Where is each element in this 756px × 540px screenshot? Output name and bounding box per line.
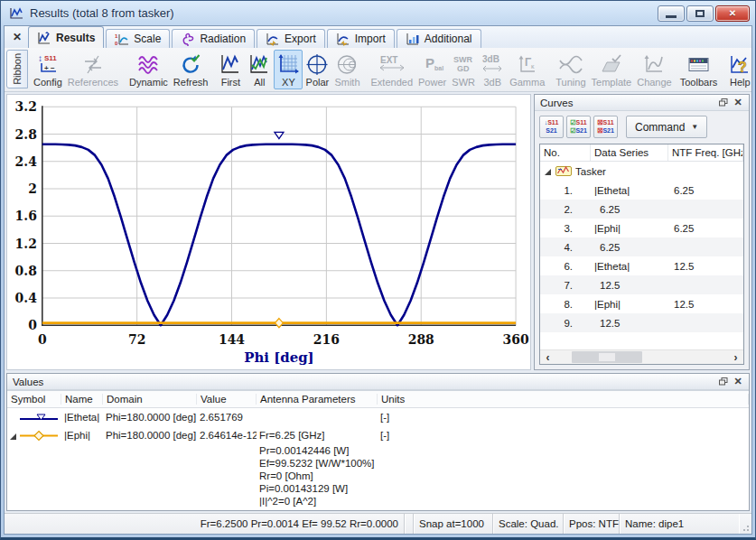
template-button[interactable]: Template [589,50,635,89]
values-close-icon[interactable]: ✕ [731,376,745,388]
power-button[interactable]: PbalPower [415,50,449,89]
curves-float-icon[interactable] [716,97,731,109]
tab-scale[interactable]: 10Scale [106,29,170,48]
references-button[interactable]: References [65,50,121,89]
resize-grip[interactable] [739,514,751,534]
threedb-icon: 3dB [481,52,504,77]
tasker-group-row[interactable]: Tasker [540,162,743,181]
close-button[interactable]: ✕ [715,5,750,22]
curves-column-header[interactable]: No. [540,144,591,161]
svg-text:↕: ↕ [38,53,42,63]
curves-row[interactable]: 7.12.5 [540,275,743,294]
values-float-icon[interactable] [716,376,731,388]
tab-additional[interactable]: Additional [397,29,481,48]
ribbon-toolbar-row: Ribbon ↕S11+ −ConfigReferencesDynamicRef… [5,48,751,92]
tab-bar: Results10ScaleRadiationExportImportAddit… [28,26,483,48]
values-column-header[interactable]: Domain [103,394,197,405]
tab-export[interactable]: Export [257,29,325,48]
minimize-button[interactable] [658,5,685,22]
svg-text:+ −: + − [44,64,55,72]
antenna-parameter-line: |I|^2=0 [A^2] [259,495,375,507]
maximize-button[interactable] [686,5,714,22]
gamma-button[interactable]: ΓκGamma [507,50,547,89]
tasker-series-icon [555,165,572,177]
svg-text:0.8: 0.8 [15,264,37,278]
antenna-parameter: Fr=6.25 [GHz] [257,430,378,441]
values-table-header: SymbolNameDomainValueAntenna ParametersU… [7,391,749,408]
3db-button[interactable]: 3dB3dB [478,50,507,89]
curves-row[interactable]: 3.|Ephi|6.25 [540,219,743,237]
xy-chart[interactable]: 00.40.81.21.622.42.83.2072144216288360Ph… [6,94,531,370]
curves-hscrollbar[interactable]: ‹ › [540,349,743,364]
scrollbar-track[interactable] [555,350,728,364]
values-row[interactable]: |Ephi|Phi=180.0000 [deg]2.64614e-12Fr=6.… [7,426,749,444]
toolbars-icon [686,52,711,77]
tree-expander-icon[interactable] [544,167,552,175]
all-button[interactable]: All [245,50,274,89]
scroll-left-icon[interactable]: ‹ [540,350,555,364]
values-column-header[interactable]: Name [61,394,103,405]
status-bar: Fr=6.2500 Pr=0.0014 Ef= 99.52 Rr=0.0000S… [5,513,751,534]
status-scale: Scale: Quad. [493,514,564,534]
polar-button[interactable]: Polar [303,50,331,89]
first-button[interactable]: First [216,50,245,89]
tuning-button[interactable]: Tuning [553,50,588,89]
curves-row[interactable]: 8.|Ephi|12.5 [540,294,743,313]
references-icon [81,52,105,77]
check-s-params-button[interactable]: ☑S11☑S21 [566,116,591,138]
curves-row[interactable]: 9.12.5 [540,313,743,332]
values-column-header[interactable]: Symbol [7,394,61,405]
curves-panel-titlebar[interactable]: Curves ✕ [535,95,749,111]
ribbon-close-button[interactable]: ✕ [6,28,28,46]
curves-column-header[interactable]: NTF Freq. [GHz] [668,144,743,161]
swr-button[interactable]: SWRGDSWR [449,50,478,89]
values-column-header[interactable]: Units [378,394,749,405]
apply-s-params-button[interactable]: ↓S11S21 [539,116,564,138]
toolbars-button[interactable]: Toolbars [677,50,721,89]
curves-row[interactable]: 6.|Etheta|12.5 [540,256,743,275]
etheta-curve-swatch [18,412,60,424]
xy-button[interactable]: XY [274,50,303,89]
swr-icon: SWRGD [452,52,475,77]
values-panel-titlebar[interactable]: Values ✕ [7,374,749,390]
scrollbar-thumb[interactable] [572,351,642,363]
maximize-icon [695,10,705,17]
values-panel: Values ✕ SymbolNameDomainValueAntenna Pa… [6,373,750,511]
help-icon: ? [728,52,751,77]
curves-row[interactable]: 4.6.25 [540,237,743,256]
tab-strip: ✕ Results10ScaleRadiationExportImportAdd… [5,26,751,48]
change-button[interactable]: Change [634,50,675,89]
radiation-tab-icon [181,32,195,46]
titlebar[interactable]: Results (total 8 from tasker) ✕ [1,1,755,25]
values-column-header[interactable]: Antenna Parameters [257,394,378,405]
tab-results[interactable]: Results [28,26,104,48]
extended-button[interactable]: EXTExtended [369,50,415,89]
row-number: 8. [540,299,591,310]
help-button[interactable]: ?Help [725,50,754,89]
scroll-right-icon[interactable]: › [728,350,743,364]
curves-row[interactable]: 1.|Etheta|6.25 [540,181,743,200]
curves-column-header[interactable]: Data Series [591,144,668,161]
svg-text:bal: bal [434,65,443,71]
refresh-button[interactable]: Refresh [171,50,211,89]
value-domain: Phi=180.0000 [deg] [103,430,197,441]
tab-import[interactable]: Import [327,29,395,48]
tab-radiation[interactable]: Radiation [172,29,255,48]
smith-button[interactable]: Smith [331,50,362,89]
chart-canvas[interactable]: 00.40.81.21.622.42.83.2072144216288360Ph… [7,95,530,369]
ribbon-vertical-tab[interactable]: Ribbon [6,50,28,88]
values-column-header[interactable]: Value [197,394,257,405]
uncheck-s-params-button[interactable]: ☒S11☒S21 [593,116,618,138]
command-dropdown-button[interactable]: Command▼ [626,116,707,138]
values-table-body: |Etheta|Phi=180.0000 [deg]2.651769[-]|Ep… [7,408,749,507]
config-button[interactable]: ↕S11+ −Config [31,50,65,89]
data-series-name: 6.25 [591,242,668,253]
antenna-parameter-line: Pr=0.00142446 [W] [259,444,375,457]
data-series-name: 12.5 [591,318,668,329]
tree-expander-icon[interactable] [9,432,17,440]
toolbar-button-label: Template [592,77,632,88]
curves-close-icon[interactable]: ✕ [731,97,745,109]
values-row[interactable]: |Etheta|Phi=180.0000 [deg]2.651769[-] [7,408,749,426]
curves-row[interactable]: 2.6.25 [540,200,743,219]
dynamic-button[interactable]: Dynamic [126,50,171,89]
